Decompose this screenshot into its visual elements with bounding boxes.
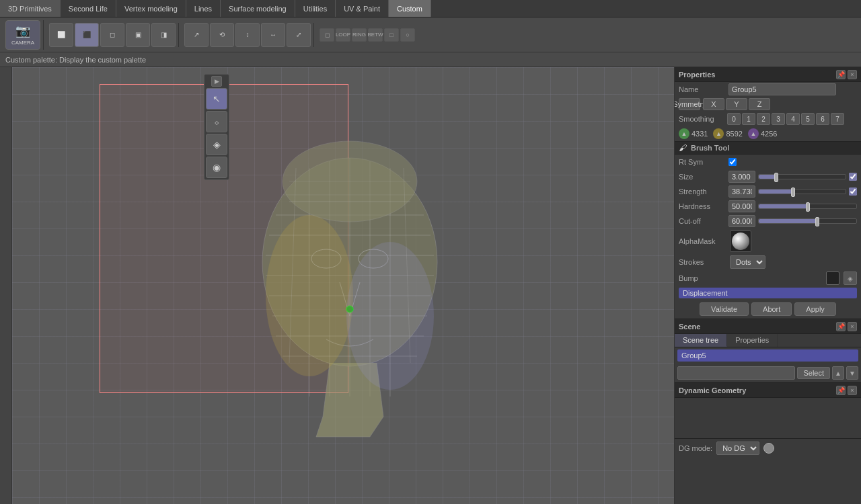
sel-mode-betw[interactable]: BETW [368,28,383,42]
cutoff-thumb[interactable] [815,217,819,226]
strokes-select[interactable]: Dots [730,255,765,269]
cutoff-input[interactable] [728,215,755,227]
smoothing-6[interactable]: 6 [816,113,829,125]
strength-slider[interactable] [758,187,857,196]
symmetry-y[interactable]: Y [726,98,747,110]
sel-mode-1[interactable]: ◻ [320,28,334,42]
tool-btn-3[interactable]: ↕ [235,23,260,47]
smoothing-2[interactable]: 2 [757,113,770,125]
tool-collapse-arrow[interactable]: ▶ [211,76,222,87]
properties-pin[interactable]: 📌 [836,70,846,79]
symmetry-z[interactable]: Z [749,98,770,110]
tool-select[interactable]: ↖ [206,88,227,110]
dg-pin[interactable]: 📌 [836,386,846,395]
alphamask-preview[interactable] [730,230,751,252]
strength-track[interactable] [758,189,846,194]
menu-lines[interactable]: Lines [186,0,221,17]
menu-uv-paint[interactable]: UV & Paint [336,0,389,17]
properties-close[interactable]: × [848,70,857,79]
menu-surface-modeling[interactable]: Surface modeling [221,0,295,17]
hardness-input[interactable] [728,200,755,212]
dg-header: Dynamic Geometry 📌 × [675,383,861,398]
tool-shape[interactable]: ◉ [206,157,227,178]
apply-button[interactable]: Apply [794,302,836,316]
strength-thumb[interactable] [791,187,795,197]
dynamic-geometry-panel: Dynamic Geometry 📌 × DG mode: No DG [675,383,861,504]
viewport[interactable]: ▶ ↖ ⬦ ◈ ◉ [12,67,674,504]
scene-properties-tab[interactable]: Properties [727,334,778,347]
symmetry-btn[interactable]: Symmetry [679,98,700,110]
scene-down-arrow[interactable]: ▼ [846,366,858,380]
cutoff-fill [759,219,817,223]
dg-title: Dynamic Geometry [679,386,746,394]
scene-up-arrow[interactable]: ▲ [832,366,844,380]
view-btn-1[interactable]: ⬜ [49,23,73,47]
scene-title: Scene [679,323,700,331]
scene-select-button[interactable]: Select [797,367,830,379]
sel-mode-4[interactable]: ○ [400,28,415,42]
cutoff-slider[interactable] [758,218,857,224]
name-input[interactable] [728,83,836,95]
view-btn-2[interactable]: ⬛ [75,23,99,47]
scene-tabs: Scene tree Properties [675,334,861,347]
strength-lock[interactable] [849,187,857,196]
size-thumb[interactable] [774,173,778,182]
dg-mode-select[interactable]: No DG [716,442,759,455]
menu-3d-primitives[interactable]: 3D Primitives [0,0,61,17]
bump-color[interactable] [826,271,839,285]
smoothing-1[interactable]: 1 [742,113,755,125]
hardness-slider[interactable] [758,204,857,209]
tool-paint[interactable]: ◈ [206,134,227,155]
size-slider[interactable] [758,173,857,181]
strokes-label: Strokes [679,258,726,266]
smoothing-4[interactable]: 4 [786,113,800,125]
tool-move[interactable]: ⬦ [206,111,227,132]
abort-button[interactable]: Abort [751,302,792,316]
toolbar: 📷 CAMERA ⬜ ⬛ ◻ ▣ ◨ ↗ ⟲ ↕ ↔ ⤢ ◻ LOOP RING… [0,17,861,52]
hardness-thumb[interactable] [806,202,810,212]
menu-utilities[interactable]: Utilities [295,0,336,17]
brush-tool-label: Brush Tool [691,144,729,152]
smoothing-3[interactable]: 3 [772,113,785,125]
smoothing-7[interactable]: 7 [831,113,844,125]
sel-mode-ring[interactable]: RING [352,28,367,42]
tool-btn-5[interactable]: ⤢ [287,23,311,47]
strength-input[interactable] [728,185,755,198]
bump-icon-btn[interactable]: ◈ [844,271,857,285]
sel-mode-loop[interactable]: LOOP [336,28,350,42]
size-lock[interactable] [849,173,857,181]
size-input[interactable] [728,171,755,183]
menu-custom[interactable]: Custom [389,0,431,17]
scene-close[interactable]: × [848,322,857,331]
tool-btn-2[interactable]: ⟲ [210,23,234,47]
camera-label: CAMERA [11,40,34,46]
smoothing-5[interactable]: 5 [801,113,815,125]
tool-btn-1[interactable]: ↗ [184,23,209,47]
sel-mode-3[interactable]: □ [384,28,399,42]
menu-vertex-modeling[interactable]: Vertex modeling [116,0,186,17]
cutoff-track[interactable] [758,218,857,224]
scene-search-input[interactable] [677,366,795,380]
view-btn-3[interactable]: ◻ [100,23,124,47]
menu-second-life[interactable]: Second Life [61,0,116,17]
displacement-row[interactable]: Displacement [679,288,857,298]
properties-panel: Properties 📌 × Name Symmetry X Y Z [675,67,861,319]
dg-close[interactable]: × [848,386,857,395]
view-btn-5[interactable]: ◨ [151,23,176,47]
rt-sym-checkbox[interactable] [728,158,737,166]
view-btn-4[interactable]: ▣ [126,23,150,47]
hardness-track[interactable] [758,204,857,209]
symmetry-row: Symmetry X Y Z [675,97,861,112]
tool-btn-4[interactable]: ↔ [261,23,285,47]
stat-vertex-value: 4256 [761,130,777,138]
symmetry-x[interactable]: X [703,98,724,110]
size-track[interactable] [758,174,846,179]
validate-button[interactable]: Validate [700,302,749,316]
camera-button[interactable]: 📷 CAMERA [5,20,40,50]
smoothing-0[interactable]: 0 [727,113,741,125]
scene-tree-tab[interactable]: Scene tree [675,334,727,347]
scene-group5-item[interactable]: Group5 [677,349,858,362]
scene-pin[interactable]: 📌 [836,322,846,331]
stat-polygon-value: 4331 [691,130,708,138]
stats-row: ▲ 4331 ▲ 8592 ▲ 4256 [675,126,861,141]
